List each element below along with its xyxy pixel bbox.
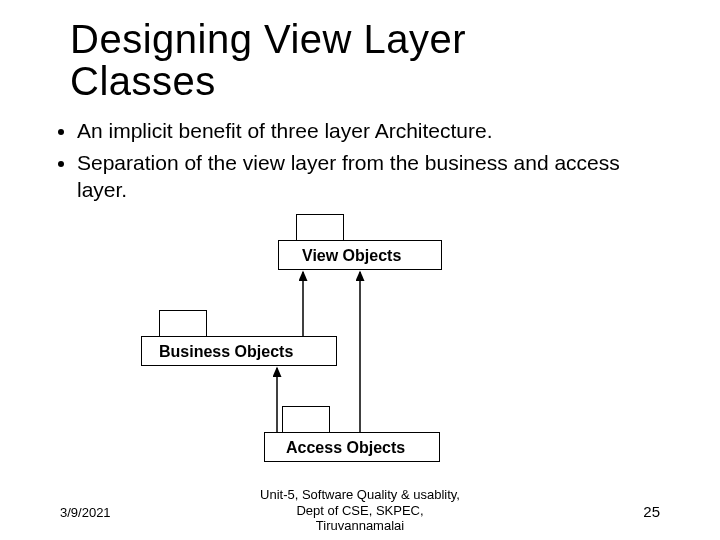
bullet-item-2: Separation of the view layer from the bu…	[77, 150, 655, 203]
bullet-item-1: An implicit benefit of three layer Archi…	[77, 118, 655, 144]
layer-diagram: View Objects Business Objects Access Obj…	[0, 200, 720, 480]
footer-center: Unit-5, Software Quality & usablity, Dep…	[0, 487, 720, 534]
title-line-1: Designing View Layer	[70, 17, 466, 61]
footer-center-l2: Dept of CSE, SKPEC,	[296, 503, 423, 518]
footer-center-l1: Unit-5, Software Quality & usablity,	[260, 487, 460, 502]
footer-page-number: 25	[643, 503, 660, 520]
bullet-list: An implicit benefit of three layer Archi…	[55, 118, 655, 209]
arrows-svg	[0, 200, 720, 480]
slide: Designing View Layer Classes An implicit…	[0, 0, 720, 540]
title-line-2: Classes	[70, 59, 216, 103]
footer-center-l3: Tiruvannamalai	[316, 518, 404, 533]
slide-title: Designing View Layer Classes	[70, 18, 466, 102]
